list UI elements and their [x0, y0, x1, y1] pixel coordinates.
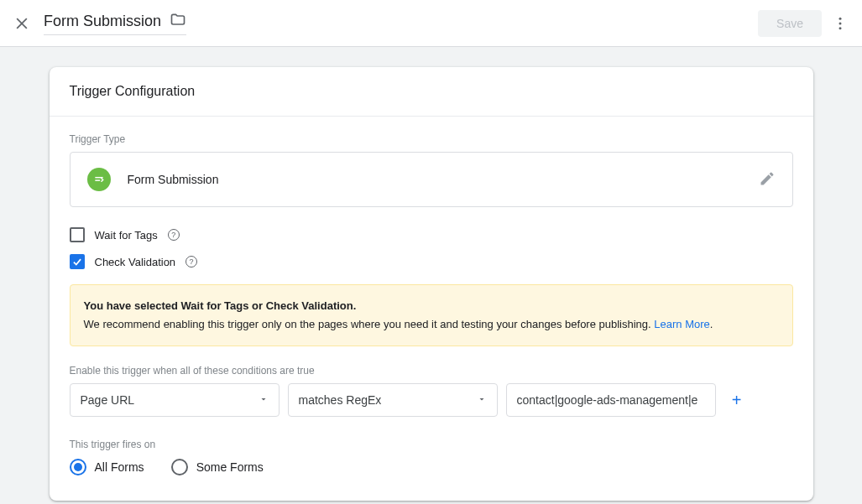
svg-point-2 — [839, 17, 842, 19]
wait-for-tags-checkbox[interactable] — [70, 227, 85, 242]
close-icon — [13, 15, 30, 32]
card-body: Trigger Type Form Submission Wait for Ta… — [50, 117, 813, 475]
check-validation-label: Check Validation — [95, 256, 176, 268]
trigger-type-label: Trigger Type — [70, 133, 793, 145]
more-options-button[interactable] — [832, 15, 849, 32]
page-title[interactable]: Form Submission — [44, 13, 161, 30]
condition-value-field[interactable] — [506, 383, 716, 417]
checkmark-icon — [71, 256, 83, 268]
conditions-label: Enable this trigger when all of these co… — [70, 365, 793, 377]
help-icon[interactable]: ? — [185, 256, 197, 268]
card-title: Trigger Configuration — [50, 67, 813, 117]
condition-variable-value: Page URL — [81, 393, 135, 407]
trigger-type-left: Form Submission — [87, 168, 219, 191]
help-icon[interactable]: ? — [168, 229, 180, 241]
svg-point-3 — [839, 22, 842, 24]
chevron-down-icon — [477, 393, 487, 407]
fires-on-radios: All Forms Some Forms — [70, 459, 793, 475]
radio-indicator — [171, 459, 188, 475]
header-right: Save — [758, 10, 849, 37]
header-left: Form Submission — [13, 12, 186, 35]
form-submission-icon — [87, 168, 111, 191]
title-wrap: Form Submission — [44, 12, 186, 35]
add-condition-button[interactable]: + — [724, 391, 750, 410]
condition-value-input[interactable] — [517, 393, 705, 407]
radio-some-forms[interactable]: Some Forms — [171, 459, 264, 475]
conditions-row: Page URL matches RegEx + — [70, 383, 793, 417]
svg-point-4 — [839, 27, 842, 29]
warning-body: We recommend enabling this trigger only … — [84, 318, 655, 330]
folder-icon[interactable] — [170, 12, 186, 31]
kebab-icon — [832, 15, 849, 32]
radio-all-forms[interactable]: All Forms — [70, 459, 144, 475]
condition-operator-value: matches RegEx — [299, 393, 382, 407]
learn-more-link[interactable]: Learn More — [654, 318, 709, 330]
warning-title: You have selected Wait for Tags or Check… — [84, 297, 779, 315]
close-button[interactable] — [13, 15, 30, 32]
warning-body-line: We recommend enabling this trigger only … — [84, 315, 779, 334]
condition-operator-select[interactable]: matches RegEx — [288, 383, 498, 417]
chevron-down-icon — [259, 393, 269, 407]
warning-period: . — [710, 318, 713, 330]
radio-indicator — [70, 459, 86, 475]
config-card: Trigger Configuration Trigger Type Form … — [50, 67, 813, 501]
page-header: Form Submission Save — [0, 0, 862, 47]
warning-box: You have selected Wait for Tags or Check… — [70, 284, 793, 346]
radio-all-label: All Forms — [95, 460, 144, 474]
check-validation-checkbox[interactable] — [70, 254, 85, 269]
trigger-type-name: Form Submission — [128, 173, 219, 186]
condition-variable-select[interactable]: Page URL — [70, 383, 279, 417]
wait-for-tags-label: Wait for Tags — [95, 229, 158, 242]
edit-icon[interactable] — [759, 170, 776, 190]
check-validation-row: Check Validation ? — [70, 254, 793, 269]
trigger-type-selector[interactable]: Form Submission — [70, 152, 793, 207]
fires-on-label: This trigger fires on — [70, 439, 793, 450]
wait-for-tags-row: Wait for Tags ? — [70, 227, 793, 242]
save-button[interactable]: Save — [758, 10, 822, 37]
radio-some-label: Some Forms — [196, 460, 264, 474]
